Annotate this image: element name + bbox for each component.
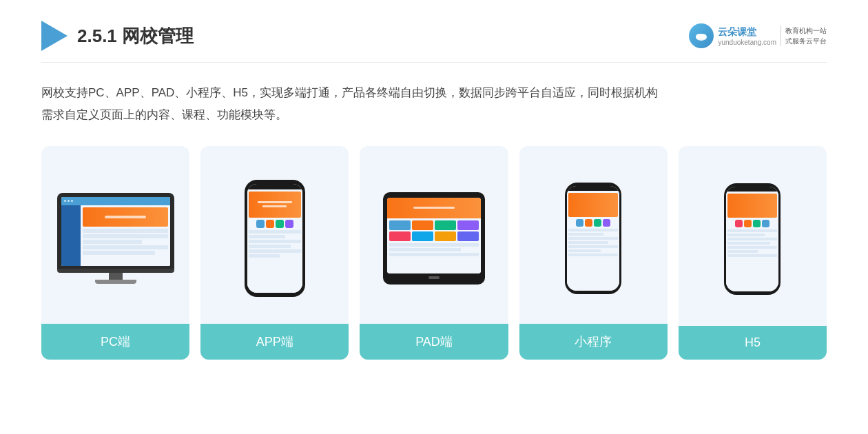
logo-triangle-icon [41, 21, 68, 51]
cards-section: PC端 [41, 146, 827, 360]
h5-phone-mockup [724, 183, 781, 295]
card-app-label: APP端 [200, 324, 349, 360]
page-container: 2.5.1 网校管理 云朵课堂 yunduoketang.com 教育机构一站 [0, 0, 868, 434]
cloud-icon [694, 29, 708, 43]
tablet-mockup [383, 192, 485, 285]
card-pad-image [360, 146, 508, 324]
brand-info: 云朵课堂 yunduoketang.com [718, 26, 776, 46]
miniapp-phone-screen [567, 186, 619, 291]
card-pad-label: PAD端 [360, 324, 508, 360]
brand-logo: 云朵课堂 yunduoketang.com 教育机构一站 式服务云平台 [689, 23, 827, 48]
brand-slogan: 教育机构一站 式服务云平台 [781, 25, 827, 46]
card-h5-image [679, 146, 827, 326]
svg-point-2 [701, 34, 707, 39]
card-miniapp: 小程序 [519, 146, 668, 360]
card-miniapp-image [519, 146, 668, 324]
miniapp-phone-mockup [565, 183, 621, 294]
monitor-screen [61, 197, 170, 266]
monitor-frame [57, 193, 174, 269]
description-text: 网校支持PC、APP、PAD、小程序、H5，实现多端打通，产品各终端自由切换，数… [41, 82, 827, 127]
card-pc-image [41, 146, 189, 324]
card-h5-label: H5 [679, 326, 827, 360]
h5-phone-screen [726, 187, 778, 291]
phone-notch [267, 184, 283, 187]
card-app-image [200, 146, 349, 324]
card-app: APP端 [200, 146, 349, 360]
card-pad: PAD端 [360, 146, 508, 360]
header-left: 2.5.1 网校管理 [41, 21, 194, 51]
phone-screen [247, 184, 302, 293]
phone-mockup-app [245, 180, 305, 297]
card-pc-label: PC端 [41, 324, 189, 360]
brand-icon [689, 23, 714, 48]
header-right: 云朵课堂 yunduoketang.com 教育机构一站 式服务云平台 [689, 23, 827, 48]
pc-monitor-mockup [57, 193, 174, 284]
header: 2.5.1 网校管理 云朵课堂 yunduoketang.com 教育机构一站 [41, 21, 827, 63]
page-title: 2.5.1 网校管理 [77, 24, 194, 48]
card-miniapp-label: 小程序 [519, 324, 668, 360]
card-h5: H5 [679, 146, 827, 360]
card-pc: PC端 [41, 146, 189, 360]
tablet-screen [387, 198, 481, 273]
